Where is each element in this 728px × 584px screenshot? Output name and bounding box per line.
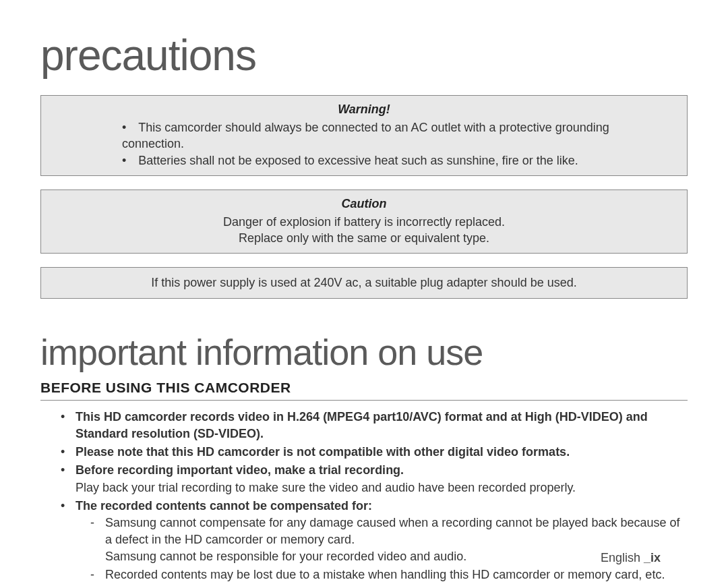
heading-important-info: important information on use	[40, 331, 688, 373]
caution-line-1: Danger of explosion if battery is incorr…	[55, 214, 673, 230]
caution-title: Caution	[55, 197, 673, 211]
list-item: The recorded contents cannot be compensa…	[61, 498, 688, 584]
warning-line-1: This camcorder should always be connecte…	[55, 119, 673, 152]
list-item: Before recording important video, make a…	[61, 462, 688, 496]
bullet-1: This HD camcorder records video in H.264…	[75, 410, 648, 440]
voltage-box: If this power supply is used at 240V ac,…	[40, 267, 688, 298]
heading-before-using: BEFORE USING THIS CAMCORDER	[40, 380, 688, 401]
sub-bullet-2: Recorded contents may be lost due to a m…	[105, 568, 665, 584]
voltage-text: If this power supply is used at 240V ac,…	[55, 274, 673, 291]
caution-line-2: Replace only with the same or equivalent…	[55, 230, 673, 246]
caution-box: Caution Danger of explosion if battery i…	[40, 189, 688, 254]
warning-box: Warning! This camcorder should always be…	[40, 95, 688, 176]
list-item: Please note that this HD camcorder is no…	[61, 444, 688, 461]
warning-line-2: Batteries shall not be exposed to excess…	[55, 152, 673, 169]
bullet-3: Before recording important video, make a…	[75, 463, 404, 477]
bullet-4: The recorded contents cannot be compensa…	[75, 499, 372, 513]
bullet-2: Please note that this HD camcorder is no…	[75, 445, 570, 459]
sub-list: Samsung cannot compensate for any damage…	[75, 515, 688, 584]
warning-body: This camcorder should always be connecte…	[55, 119, 673, 169]
sub-bullet-1b: Samsung cannot be responsible for your r…	[105, 550, 466, 563]
heading-precautions: precautions	[40, 30, 688, 80]
sub-list-item: Recorded contents may be lost due to a m…	[90, 566, 688, 584]
list-item: This HD camcorder records video in H.264…	[61, 409, 688, 442]
sub-list-item: Samsung cannot compensate for any damage…	[90, 515, 688, 566]
sub-bullet-1a: Samsung cannot compensate for any damage…	[105, 516, 680, 546]
warning-title: Warning!	[55, 103, 673, 117]
footer-page-number: _ix	[644, 551, 661, 564]
caution-body: Danger of explosion if battery is incorr…	[55, 214, 673, 247]
page-footer: English _ix	[601, 551, 661, 565]
before-using-list: This HD camcorder records video in H.264…	[40, 409, 688, 584]
bullet-3-sub: Play back your trial recording to make s…	[75, 481, 576, 494]
footer-language: English	[601, 551, 644, 564]
